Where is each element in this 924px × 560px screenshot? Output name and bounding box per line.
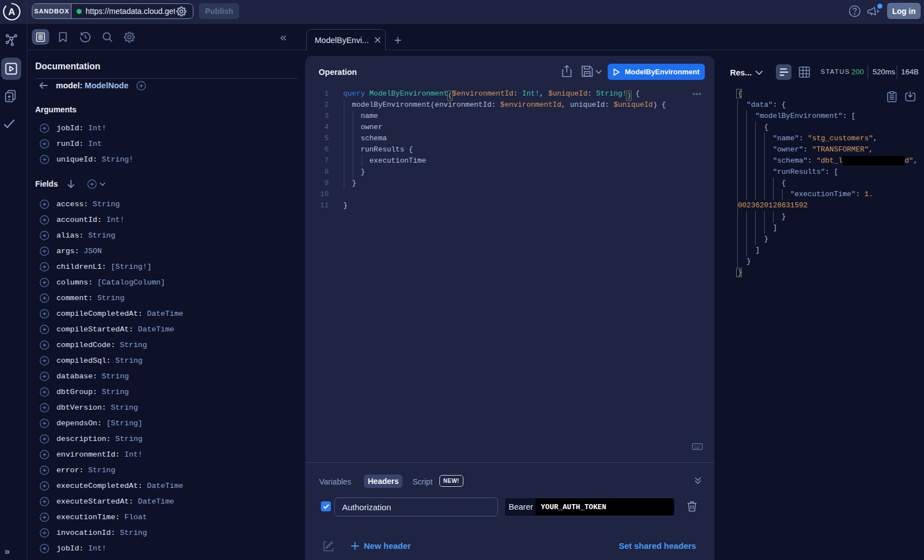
svg-text:A: A: [8, 7, 15, 17]
